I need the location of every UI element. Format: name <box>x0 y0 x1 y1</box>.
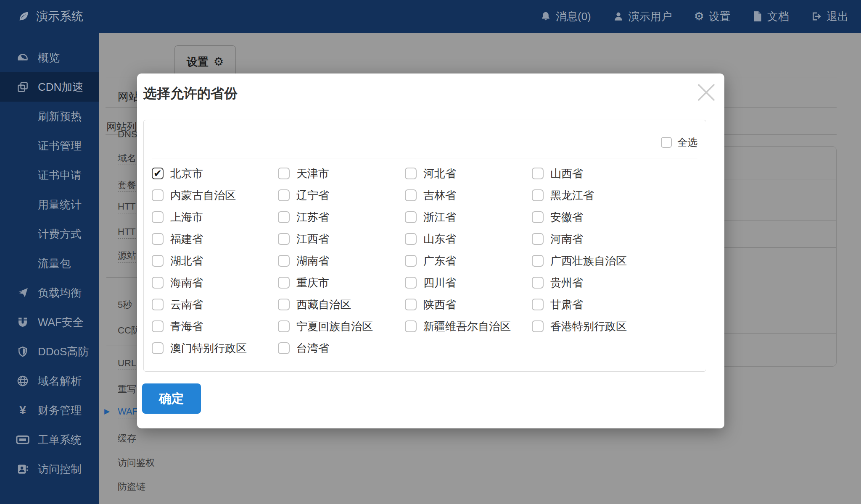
province-label: 辽宁省 <box>296 188 329 203</box>
checkbox-icon <box>152 299 164 310</box>
sidebar-item-DDoS高防[interactable]: DDoS高防 <box>0 337 99 366</box>
province-checkbox-甘肃省[interactable]: 甘肃省 <box>532 297 704 312</box>
province-checkbox-浙江省[interactable]: 浙江省 <box>405 210 532 225</box>
province-checkbox-台湾省[interactable]: 台湾省 <box>278 341 405 356</box>
province-checkbox-河南省[interactable]: 河南省 <box>532 232 704 247</box>
province-checkbox-香港特别行政区[interactable]: 香港特别行政区 <box>532 319 704 334</box>
checkbox-icon <box>405 189 417 201</box>
province-label: 宁夏回族自治区 <box>296 319 373 334</box>
province-checkbox-福建省[interactable]: 福建省 <box>152 232 278 247</box>
bg-menu-item[interactable]: 域名 <box>118 152 136 165</box>
province-checkbox-海南省[interactable]: 海南省 <box>152 276 278 290</box>
province-checkbox-上海市[interactable]: 上海市 <box>152 210 278 225</box>
province-checkbox-安徽省[interactable]: 安徽省 <box>532 210 704 225</box>
province-checkbox-四川省[interactable]: 四川省 <box>405 276 532 290</box>
province-checkbox-辽宁省[interactable]: 辽宁省 <box>278 188 405 203</box>
province-checkbox-贵州省[interactable]: 贵州省 <box>532 276 704 290</box>
topnav-logout[interactable]: 退出 <box>811 9 848 24</box>
bg-menu-item[interactable]: HTT <box>118 226 136 237</box>
bg-menu-item[interactable]: 缓存 <box>118 432 136 445</box>
province-label: 广西壮族自治区 <box>550 254 627 268</box>
sidebar-item-访问控制[interactable]: 访问控制 <box>0 454 99 484</box>
province-label: 香港特别行政区 <box>550 319 627 334</box>
sidebar-item-CDN加速[interactable]: CDN加速 <box>0 72 99 102</box>
province-checkbox-西藏自治区[interactable]: 西藏自治区 <box>278 297 405 312</box>
province-checkbox-青海省[interactable]: 青海省 <box>152 319 278 334</box>
topnav-user[interactable]: 演示用户 <box>613 9 672 24</box>
bg-menu-label: HTT <box>118 226 136 239</box>
bg-menu-item[interactable]: 重写 <box>118 383 136 396</box>
checkbox-icon <box>278 277 290 289</box>
bg-menu-item[interactable]: 5秒 <box>118 299 132 311</box>
checkbox-icon <box>405 255 417 267</box>
leaf-logo-icon <box>16 9 30 24</box>
sidebar-item-工单系统[interactable]: 工单系统 <box>0 425 99 454</box>
province-checkbox-内蒙古自治区[interactable]: 内蒙古自治区 <box>152 188 278 203</box>
province-checkbox-新疆维吾尔自治区[interactable]: 新疆维吾尔自治区 <box>405 319 532 334</box>
bg-menu-item[interactable]: 访问鉴权 <box>118 457 155 469</box>
checkbox-icon <box>278 211 290 223</box>
select-all-checkbox[interactable]: 全选 <box>661 136 697 149</box>
confirm-button[interactable]: 确定 <box>142 383 201 414</box>
province-checkbox-河北省[interactable]: 河北省 <box>405 166 532 181</box>
bg-menu-item[interactable]: 套餐 <box>118 179 136 192</box>
province-checkbox-澳门特别行政区[interactable]: 澳门特别行政区 <box>152 341 278 356</box>
checkbox-icon <box>152 189 164 201</box>
province-checkbox-黑龙江省[interactable]: 黑龙江省 <box>532 188 704 203</box>
province-checkbox-北京市[interactable]: ✔北京市 <box>152 166 278 181</box>
sidebar-item-WAF安全[interactable]: WAF安全 <box>0 307 99 337</box>
province-checkbox-广东省[interactable]: 广东省 <box>405 254 532 268</box>
sidebar-item-用量统计[interactable]: 用量统计 <box>0 190 99 219</box>
topnav-label: 演示用户 <box>629 9 672 24</box>
province-checkbox-湖南省[interactable]: 湖南省 <box>278 254 405 268</box>
sidebar-item-证书管理[interactable]: 证书管理 <box>0 131 99 160</box>
sidebar-item-label: CDN加速 <box>38 80 83 94</box>
province-checkbox-湖北省[interactable]: 湖北省 <box>152 254 278 268</box>
sidebar-item-概览[interactable]: 概览 <box>0 43 99 72</box>
topnav-gear[interactable]: ⚙设置 <box>694 9 731 24</box>
bg-menu-item[interactable]: ▶WAF <box>118 406 138 417</box>
bg-menu-label: 套餐 <box>118 180 136 192</box>
sidebar-item-刷新预热[interactable]: 刷新预热 <box>0 102 99 131</box>
province-checkbox-陕西省[interactable]: 陕西省 <box>405 297 532 312</box>
topnav-doc[interactable]: 文档 <box>753 9 789 24</box>
province-checkbox-山西省[interactable]: 山西省 <box>532 166 704 181</box>
province-checkbox-云南省[interactable]: 云南省 <box>152 297 278 312</box>
province-label: 新疆维吾尔自治区 <box>423 319 511 334</box>
app-root: 演示系统 消息(0)演示用户⚙设置文档退出 概览CDN加速刷新预热证书管理证书申… <box>0 0 861 504</box>
province-label: 黑龙江省 <box>550 188 594 203</box>
checkbox-icon <box>405 277 417 289</box>
province-checkbox-宁夏回族自治区[interactable]: 宁夏回族自治区 <box>278 319 405 334</box>
checkbox-icon <box>532 277 544 289</box>
province-checkbox-吉林省[interactable]: 吉林省 <box>405 188 532 203</box>
sidebar-item-label: DDoS高防 <box>38 344 89 359</box>
sidebar-item-域名解析[interactable]: 域名解析 <box>0 366 99 396</box>
sidebar-item-计费方式[interactable]: 计费方式 <box>0 219 99 249</box>
bg-menu-item[interactable]: 源站 <box>118 249 136 262</box>
province-checkbox-山东省[interactable]: 山东省 <box>405 232 532 247</box>
app-logo[interactable]: 演示系统 <box>0 8 83 24</box>
bg-menu-item[interactable]: URL <box>118 358 136 369</box>
province-checkbox-江苏省[interactable]: 江苏省 <box>278 210 405 225</box>
bg-menu-item[interactable]: HTT <box>118 201 136 212</box>
bg-menu-item[interactable]: 防盗链 <box>118 480 145 493</box>
province-checkbox-江西省[interactable]: 江西省 <box>278 232 405 247</box>
province-label: 天津市 <box>296 166 329 181</box>
checkbox-icon <box>532 299 544 310</box>
province-checkbox-广西壮族自治区[interactable]: 广西壮族自治区 <box>532 254 704 268</box>
doc-icon <box>753 11 763 22</box>
sidebar-item-label: 刷新预热 <box>38 109 82 124</box>
province-checkbox-天津市[interactable]: 天津市 <box>278 166 405 181</box>
sidebar-item-流量包[interactable]: 流量包 <box>0 249 99 278</box>
sidebar-item-label: 工单系统 <box>38 433 82 447</box>
province-label: 西藏自治区 <box>296 297 351 312</box>
topnav-bell[interactable]: 消息(0) <box>540 9 591 24</box>
sidebar-item-财务管理[interactable]: ¥财务管理 <box>0 396 99 425</box>
bg-menu-item[interactable]: DNS <box>118 129 137 140</box>
province-checkbox-重庆市[interactable]: 重庆市 <box>278 276 405 290</box>
sidebar-item-负载均衡[interactable]: 负载均衡 <box>0 278 99 307</box>
magnet-icon <box>16 316 29 328</box>
sidebar-item-证书申请[interactable]: 证书申请 <box>0 160 99 190</box>
tab-settings[interactable]: 设置⚙ <box>174 45 236 78</box>
close-icon[interactable] <box>697 83 716 102</box>
